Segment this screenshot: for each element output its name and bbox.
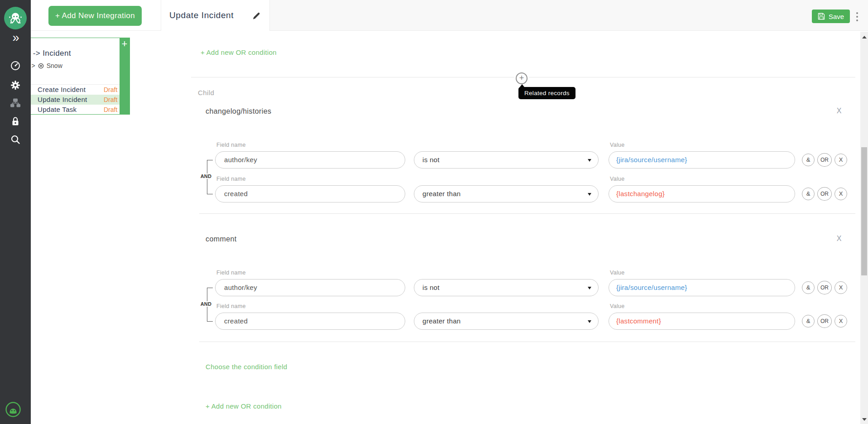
condition-row: Field name Value author/key is not {jira… [0,270,868,306]
scrollbar-thumb[interactable] [861,147,867,275]
status-badge: Draft [104,85,117,95]
condition-row: Field name Value created greater than {l… [0,176,868,212]
octopus-glyph [6,9,24,27]
field-name-label: Field name [216,270,246,276]
and-condition-button[interactable]: & [802,315,815,328]
remove-condition-button[interactable]: X [834,281,847,294]
edit-pencil-icon[interactable] [252,11,261,22]
card-accent-strip: + [120,38,129,114]
profile-avatar-icon[interactable] [5,401,21,418]
operator-select[interactable]: greater than [414,313,599,330]
connection-arrow: > [32,62,35,69]
dashboard-gauge-icon[interactable] [0,60,31,71]
condition-row: Field name Value author/key is not {jira… [0,142,868,178]
and-condition-button[interactable]: & [802,281,815,294]
operator-select[interactable]: is not [414,279,599,296]
and-bracket [207,194,213,194]
page-title: Update Incident [169,0,234,30]
field-name-input[interactable]: author/key [215,151,405,169]
close-section-button[interactable]: X [834,235,844,243]
close-section-button[interactable]: X [834,107,844,115]
add-action-button[interactable]: + [120,38,129,50]
section-divider [529,77,855,77]
save-floppy-icon [818,13,825,20]
section-divider [191,77,514,77]
or-condition-button[interactable]: OR [817,153,832,167]
collapse-sidebar-icon[interactable]: » [0,30,31,46]
tab-update-incident[interactable]: Update Incident [161,0,270,31]
choose-condition-field-link[interactable]: Choose the condition field [206,363,287,371]
status-badge: Draft [104,105,117,115]
scrollbar-up-button[interactable] [862,36,867,39]
section-divider [199,213,855,214]
more-options-button[interactable] [854,12,860,21]
and-condition-button[interactable]: & [802,154,815,166]
and-bracket [207,288,213,288]
dropdown-arrow-icon [588,193,591,196]
operator-select[interactable]: is not [414,151,599,169]
value-input[interactable]: {lastchangelog} [609,185,795,202]
action-label: Update Incident [38,95,87,105]
value-label: Value [610,270,625,276]
section-divider [199,342,855,342]
related-records-tooltip: Related records [518,87,575,99]
operator-select[interactable]: greater than [414,185,599,202]
add-new-integration-button[interactable]: + Add New Integration [48,6,142,26]
integrations-tree-icon[interactable] [0,98,31,109]
remove-condition-button[interactable]: X [834,154,847,166]
section-title-comment: comment [206,235,237,243]
field-name-label: Field name [216,176,246,182]
add-or-condition-link-top[interactable]: + Add new OR condition [201,48,277,56]
value-label: Value [610,303,625,309]
save-button[interactable]: Save [812,10,850,23]
or-condition-button[interactable]: OR [817,187,832,201]
and-bracket [207,160,213,160]
and-condition-button[interactable]: & [802,188,815,200]
target-icon [38,63,44,69]
scrollbar-down-button[interactable] [862,418,867,421]
field-name-input[interactable]: created [215,185,405,202]
value-input[interactable]: {lastcomment} [609,313,795,330]
dropdown-arrow-icon [588,159,591,162]
field-name-input[interactable]: created [215,313,405,330]
and-label: AND [198,173,214,179]
action-label: Create Incident [38,85,86,95]
icon-sidebar: » [0,0,31,424]
status-badge: Draft [104,95,117,105]
field-name-label: Field name [216,303,246,309]
add-or-condition-link-bottom[interactable]: + Add new OR condition [206,402,282,410]
save-label: Save [829,13,844,20]
or-condition-button[interactable]: OR [817,281,832,294]
octopus-logo-icon[interactable] [4,7,27,29]
remove-condition-button[interactable]: X [834,315,847,328]
field-name-label: Field name [216,142,246,148]
header-divider [31,30,868,31]
group-label-child: Child [198,89,214,96]
target-system-label: Snow [47,62,62,69]
value-label: Value [610,176,625,182]
condition-row: Field name Value created greater than {l… [0,303,868,339]
settings-gear-icon[interactable] [0,80,31,91]
add-related-records-button[interactable]: + [516,72,528,84]
app-window: » [0,0,868,424]
and-label: AND [198,301,214,307]
and-bracket [207,321,213,322]
field-name-input[interactable]: author/key [215,279,405,296]
scrollbar[interactable] [860,32,868,424]
security-lock-icon[interactable] [0,116,31,127]
action-label: Update Task [38,105,77,115]
value-label: Value [610,142,625,148]
remove-condition-button[interactable]: X [834,188,847,200]
section-title-changelog: changelog/histories [206,107,271,116]
value-input[interactable]: {jira/source/username} [609,151,795,169]
value-input[interactable]: {jira/source/username} [609,279,795,296]
search-icon[interactable] [0,134,31,145]
dropdown-arrow-icon [588,287,591,289]
dropdown-arrow-icon [588,320,591,323]
or-condition-button[interactable]: OR [817,314,832,328]
